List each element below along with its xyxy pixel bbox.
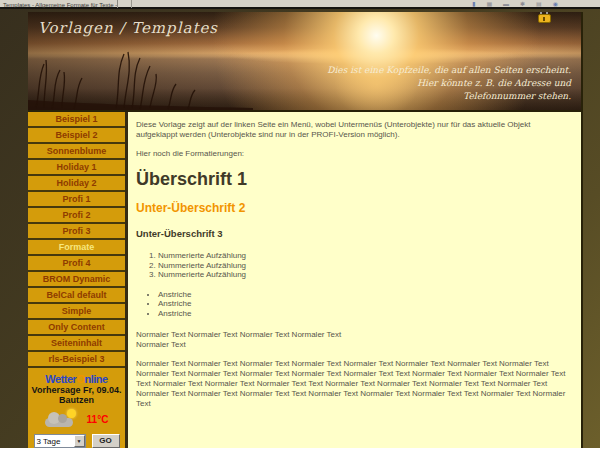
sidebar-item-brom-dynamic[interactable]: BROM Dynamic <box>28 272 125 288</box>
sidebar-item-only-content[interactable]: Only Content <box>28 320 125 336</box>
numbered-list: Nummerierte Aufzählung Nummerierte Aufzä… <box>158 251 572 280</box>
normal-text-block: Normaler Text Normaler Text Normaler Tex… <box>136 359 572 409</box>
formats-intro: Hier noch die Formatierungen: <box>136 149 572 159</box>
sidebar-item-holiday-1[interactable]: Holiday 1 <box>28 160 125 176</box>
site-title: Vorlagen / Templates <box>38 19 218 37</box>
browser-tab-bar: Templates - Allgemeine Formate für Texte… <box>0 0 600 9</box>
heading-2: Unter-Überschrift 2 <box>136 203 572 213</box>
temperature-value: 11°C <box>87 414 109 425</box>
panels-icon[interactable]: ▦ <box>486 0 492 8</box>
sidebar-item-sonnenblume[interactable]: Sonnenblume <box>28 144 125 160</box>
sidebar-item-formate[interactable]: Formate <box>28 240 125 256</box>
browser-toolbar-icons: ▮ ▦ ▬ ✱ ▤ ◉ <box>472 0 558 8</box>
forecast-city: Bautzen <box>28 395 125 405</box>
page-icon[interactable]: ▤ <box>536 0 542 8</box>
tagline-line: Hier könnte z. B. die Adresse und <box>327 77 571 90</box>
heading-3: Unter-Überschrift 3 <box>136 229 572 239</box>
beach-grass-silhouette <box>28 48 253 110</box>
chevron-down-icon[interactable]: ▼ <box>74 435 85 447</box>
tagline-line: Dies ist eine Kopfzeile, die auf allen S… <box>327 64 571 77</box>
lock-icon[interactable] <box>538 12 551 23</box>
tagline-line: Telefonnummer stehen. <box>327 90 571 103</box>
screen: Templates - Allgemeine Formate für Texte… <box>0 0 600 450</box>
sidebar-item-beispiel-1[interactable]: Beispiel 1 <box>28 112 125 128</box>
browser-tab-title: Templates - Allgemeine Formate für Texte… <box>3 2 118 8</box>
sidebar-item-rls-beispiel-3[interactable]: rls-Beispiel 3 <box>28 352 125 368</box>
sidebar-item-holiday-2[interactable]: Holiday 2 <box>28 176 125 192</box>
sidebar-menu: Beispiel 1 Beispiel 2 Sonnenblume Holida… <box>28 112 125 448</box>
bookmark-icon[interactable]: ▮ <box>472 0 475 8</box>
forecast-range-select[interactable]: 3 Tage ▼ <box>34 434 86 448</box>
sidebar-item-belcal-default[interactable]: BelCal default <box>28 288 125 304</box>
numbered-list-item: Nummerierte Aufzählung <box>158 251 572 261</box>
sidebar-item-simple[interactable]: Simple <box>28 304 125 320</box>
main-content: Diese Vorlage zeigt auf der linken Seite… <box>128 112 581 448</box>
go-button[interactable]: GO <box>92 434 120 448</box>
site-container: Vorlagen / Templates Dies ist eine Kopfz… <box>28 12 583 448</box>
bullet-list-item: Anstriche <box>158 299 572 309</box>
sun-behind-cloud-icon <box>45 412 77 427</box>
help-icon[interactable]: ◉ <box>553 0 558 8</box>
header-image: Vorlagen / Templates Dies ist eine Kopfz… <box>28 12 581 110</box>
sidebar-item-profi-2[interactable]: Profi 2 <box>28 208 125 224</box>
bullet-list-item: Anstriche <box>158 290 572 300</box>
sidebar-item-profi-4[interactable]: Profi 4 <box>28 256 125 272</box>
numbered-list-item: Nummerierte Aufzählung <box>158 261 572 271</box>
columns: Beispiel 1 Beispiel 2 Sonnenblume Holida… <box>28 110 581 448</box>
sidebar-item-profi-1[interactable]: Profi 1 <box>28 192 125 208</box>
heading-1: Überschrift 1 <box>136 169 572 189</box>
bullet-list-item: Anstriche <box>158 309 572 319</box>
sidebar-item-profi-3[interactable]: Profi 3 <box>28 224 125 240</box>
numbered-list-item: Nummerierte Aufzählung <box>158 270 572 280</box>
browser-tab[interactable]: Templates - Allgemeine Formate für Texte… <box>0 0 118 8</box>
sidebar-item-beispiel-2[interactable]: Beispiel 2 <box>28 128 125 144</box>
wetteronline-logo[interactable]: WetterOnline <box>28 373 125 385</box>
weather-widget: WetterOnline Vorhersage Fr, 09.04. Bautz… <box>28 368 125 448</box>
bullet-list: Anstriche Anstriche Anstriche <box>158 290 572 319</box>
forecast-date: Vorhersage Fr, 09.04. <box>28 385 125 395</box>
sidebar-item-seiteninhalt[interactable]: Seiteninhalt <box>28 336 125 352</box>
header-tagline: Dies ist eine Kopfzeile, die auf allen S… <box>327 64 571 103</box>
page-background: Vorlagen / Templates Dies ist eine Kopfz… <box>0 9 600 448</box>
browser-tab-stub[interactable] <box>118 0 132 8</box>
intro-paragraph: Diese Vorlage zeigt auf der linken Seite… <box>136 120 572 140</box>
normal-text-short: Normaler Text Normaler Text Normaler Tex… <box>136 330 572 350</box>
minimize-icon[interactable]: ▬ <box>503 0 509 8</box>
settings-icon[interactable]: ✱ <box>520 0 525 8</box>
